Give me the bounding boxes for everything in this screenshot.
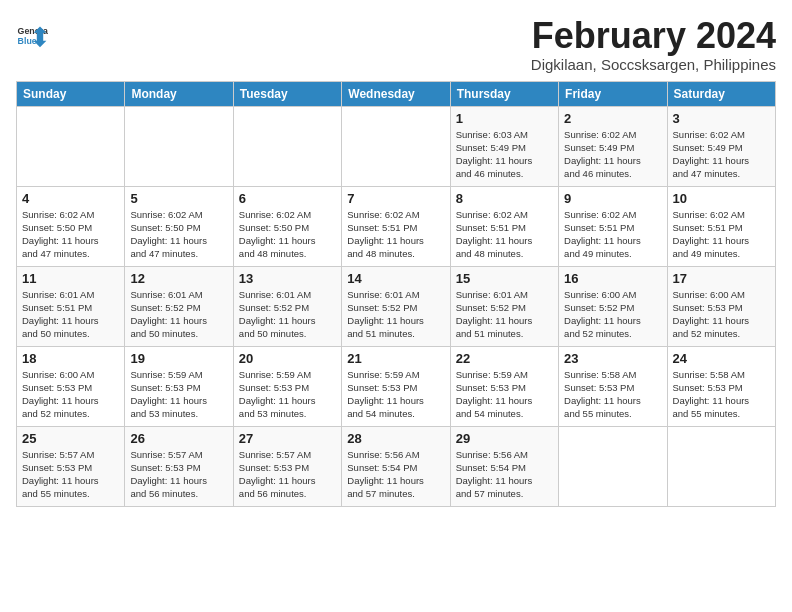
day-info: Sunrise: 6:02 AMSunset: 5:50 PMDaylight:… — [22, 208, 119, 261]
calendar-cell — [667, 426, 775, 506]
calendar-cell: 17Sunrise: 6:00 AMSunset: 5:53 PMDayligh… — [667, 266, 775, 346]
calendar-subtitle: Digkilaan, Soccsksargen, Philippines — [531, 56, 776, 73]
calendar-cell: 6Sunrise: 6:02 AMSunset: 5:50 PMDaylight… — [233, 186, 341, 266]
day-number: 12 — [130, 271, 227, 286]
calendar-table: SundayMondayTuesdayWednesdayThursdayFrid… — [16, 81, 776, 507]
calendar-cell — [559, 426, 667, 506]
calendar-cell: 15Sunrise: 6:01 AMSunset: 5:52 PMDayligh… — [450, 266, 558, 346]
day-number: 14 — [347, 271, 444, 286]
calendar-cell: 27Sunrise: 5:57 AMSunset: 5:53 PMDayligh… — [233, 426, 341, 506]
day-number: 29 — [456, 431, 553, 446]
weekday-header-wednesday: Wednesday — [342, 81, 450, 106]
day-info: Sunrise: 6:01 AMSunset: 5:52 PMDaylight:… — [456, 288, 553, 341]
day-number: 28 — [347, 431, 444, 446]
day-number: 19 — [130, 351, 227, 366]
day-info: Sunrise: 5:56 AMSunset: 5:54 PMDaylight:… — [347, 448, 444, 501]
calendar-cell: 26Sunrise: 5:57 AMSunset: 5:53 PMDayligh… — [125, 426, 233, 506]
day-number: 10 — [673, 191, 770, 206]
calendar-cell: 24Sunrise: 5:58 AMSunset: 5:53 PMDayligh… — [667, 346, 775, 426]
calendar-cell: 11Sunrise: 6:01 AMSunset: 5:51 PMDayligh… — [17, 266, 125, 346]
weekday-header-tuesday: Tuesday — [233, 81, 341, 106]
calendar-cell: 28Sunrise: 5:56 AMSunset: 5:54 PMDayligh… — [342, 426, 450, 506]
day-number: 26 — [130, 431, 227, 446]
calendar-cell: 20Sunrise: 5:59 AMSunset: 5:53 PMDayligh… — [233, 346, 341, 426]
day-number: 4 — [22, 191, 119, 206]
calendar-cell: 22Sunrise: 5:59 AMSunset: 5:53 PMDayligh… — [450, 346, 558, 426]
calendar-cell — [17, 106, 125, 186]
calendar-cell: 16Sunrise: 6:00 AMSunset: 5:52 PMDayligh… — [559, 266, 667, 346]
week-row-5: 25Sunrise: 5:57 AMSunset: 5:53 PMDayligh… — [17, 426, 776, 506]
day-number: 24 — [673, 351, 770, 366]
day-info: Sunrise: 5:59 AMSunset: 5:53 PMDaylight:… — [456, 368, 553, 421]
week-row-2: 4Sunrise: 6:02 AMSunset: 5:50 PMDaylight… — [17, 186, 776, 266]
day-info: Sunrise: 5:57 AMSunset: 5:53 PMDaylight:… — [239, 448, 336, 501]
weekday-header-saturday: Saturday — [667, 81, 775, 106]
calendar-cell: 23Sunrise: 5:58 AMSunset: 5:53 PMDayligh… — [559, 346, 667, 426]
day-number: 6 — [239, 191, 336, 206]
calendar-cell: 21Sunrise: 5:59 AMSunset: 5:53 PMDayligh… — [342, 346, 450, 426]
day-info: Sunrise: 6:02 AMSunset: 5:51 PMDaylight:… — [347, 208, 444, 261]
day-info: Sunrise: 6:02 AMSunset: 5:51 PMDaylight:… — [673, 208, 770, 261]
calendar-cell: 12Sunrise: 6:01 AMSunset: 5:52 PMDayligh… — [125, 266, 233, 346]
day-info: Sunrise: 6:01 AMSunset: 5:52 PMDaylight:… — [347, 288, 444, 341]
day-number: 9 — [564, 191, 661, 206]
day-info: Sunrise: 6:02 AMSunset: 5:51 PMDaylight:… — [564, 208, 661, 261]
day-number: 20 — [239, 351, 336, 366]
day-info: Sunrise: 5:56 AMSunset: 5:54 PMDaylight:… — [456, 448, 553, 501]
day-info: Sunrise: 6:02 AMSunset: 5:49 PMDaylight:… — [673, 128, 770, 181]
day-number: 11 — [22, 271, 119, 286]
calendar-cell — [233, 106, 341, 186]
calendar-cell: 7Sunrise: 6:02 AMSunset: 5:51 PMDaylight… — [342, 186, 450, 266]
logo: General Blue — [16, 20, 48, 52]
calendar-cell: 2Sunrise: 6:02 AMSunset: 5:49 PMDaylight… — [559, 106, 667, 186]
day-number: 7 — [347, 191, 444, 206]
calendar-title: February 2024 — [531, 16, 776, 56]
calendar-cell: 1Sunrise: 6:03 AMSunset: 5:49 PMDaylight… — [450, 106, 558, 186]
day-info: Sunrise: 6:00 AMSunset: 5:53 PMDaylight:… — [673, 288, 770, 341]
day-number: 5 — [130, 191, 227, 206]
day-info: Sunrise: 5:59 AMSunset: 5:53 PMDaylight:… — [347, 368, 444, 421]
calendar-cell: 29Sunrise: 5:56 AMSunset: 5:54 PMDayligh… — [450, 426, 558, 506]
day-number: 8 — [456, 191, 553, 206]
page-header: General Blue February 2024 Digkilaan, So… — [16, 16, 776, 73]
weekday-header-row: SundayMondayTuesdayWednesdayThursdayFrid… — [17, 81, 776, 106]
day-info: Sunrise: 5:57 AMSunset: 5:53 PMDaylight:… — [22, 448, 119, 501]
day-number: 15 — [456, 271, 553, 286]
day-number: 18 — [22, 351, 119, 366]
day-info: Sunrise: 6:03 AMSunset: 5:49 PMDaylight:… — [456, 128, 553, 181]
day-number: 17 — [673, 271, 770, 286]
weekday-header-friday: Friday — [559, 81, 667, 106]
weekday-header-monday: Monday — [125, 81, 233, 106]
day-number: 13 — [239, 271, 336, 286]
day-number: 3 — [673, 111, 770, 126]
day-info: Sunrise: 6:02 AMSunset: 5:51 PMDaylight:… — [456, 208, 553, 261]
calendar-cell: 18Sunrise: 6:00 AMSunset: 5:53 PMDayligh… — [17, 346, 125, 426]
calendar-cell: 14Sunrise: 6:01 AMSunset: 5:52 PMDayligh… — [342, 266, 450, 346]
day-number: 21 — [347, 351, 444, 366]
title-block: February 2024 Digkilaan, Soccsksargen, P… — [531, 16, 776, 73]
day-number: 22 — [456, 351, 553, 366]
day-info: Sunrise: 6:02 AMSunset: 5:49 PMDaylight:… — [564, 128, 661, 181]
day-info: Sunrise: 6:01 AMSunset: 5:52 PMDaylight:… — [239, 288, 336, 341]
weekday-header-sunday: Sunday — [17, 81, 125, 106]
day-info: Sunrise: 5:59 AMSunset: 5:53 PMDaylight:… — [130, 368, 227, 421]
day-info: Sunrise: 6:02 AMSunset: 5:50 PMDaylight:… — [239, 208, 336, 261]
day-info: Sunrise: 5:59 AMSunset: 5:53 PMDaylight:… — [239, 368, 336, 421]
day-info: Sunrise: 6:00 AMSunset: 5:53 PMDaylight:… — [22, 368, 119, 421]
day-number: 16 — [564, 271, 661, 286]
calendar-cell: 5Sunrise: 6:02 AMSunset: 5:50 PMDaylight… — [125, 186, 233, 266]
calendar-cell — [125, 106, 233, 186]
calendar-cell: 8Sunrise: 6:02 AMSunset: 5:51 PMDaylight… — [450, 186, 558, 266]
weekday-header-thursday: Thursday — [450, 81, 558, 106]
calendar-cell: 9Sunrise: 6:02 AMSunset: 5:51 PMDaylight… — [559, 186, 667, 266]
calendar-cell: 3Sunrise: 6:02 AMSunset: 5:49 PMDaylight… — [667, 106, 775, 186]
day-info: Sunrise: 6:01 AMSunset: 5:52 PMDaylight:… — [130, 288, 227, 341]
week-row-4: 18Sunrise: 6:00 AMSunset: 5:53 PMDayligh… — [17, 346, 776, 426]
day-number: 23 — [564, 351, 661, 366]
calendar-cell: 25Sunrise: 5:57 AMSunset: 5:53 PMDayligh… — [17, 426, 125, 506]
week-row-1: 1Sunrise: 6:03 AMSunset: 5:49 PMDaylight… — [17, 106, 776, 186]
calendar-cell: 4Sunrise: 6:02 AMSunset: 5:50 PMDaylight… — [17, 186, 125, 266]
day-number: 1 — [456, 111, 553, 126]
day-info: Sunrise: 5:58 AMSunset: 5:53 PMDaylight:… — [673, 368, 770, 421]
calendar-cell: 10Sunrise: 6:02 AMSunset: 5:51 PMDayligh… — [667, 186, 775, 266]
